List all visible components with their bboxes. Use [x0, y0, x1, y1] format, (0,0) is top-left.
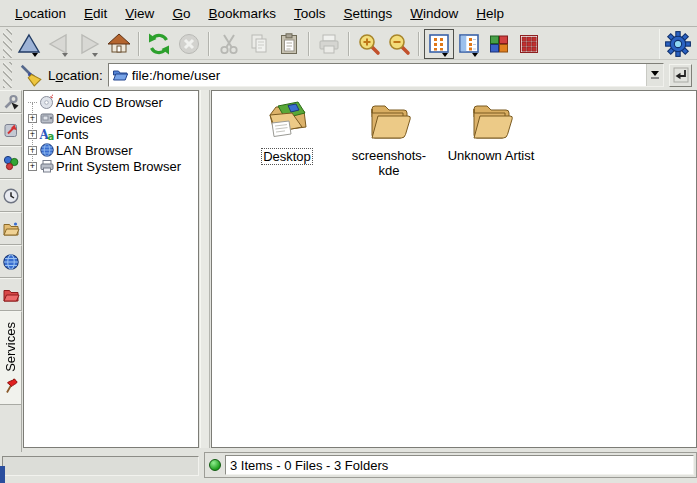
tree-view-dropdown-arrow-icon — [472, 53, 478, 57]
back-dropdown-arrow-icon — [62, 53, 68, 57]
konqueror-throbber[interactable] — [659, 29, 695, 59]
menu-bookmarks[interactable]: Bookmarks — [199, 2, 285, 25]
zoom-out-button[interactable] — [384, 29, 414, 59]
sidebar-tab-network[interactable] — [0, 245, 22, 278]
configure-icon — [2, 93, 20, 111]
printer-icon — [39, 158, 55, 174]
file-item-unknown-artist[interactable]: Unknown Artist — [440, 97, 542, 163]
network-globe-icon — [2, 253, 20, 271]
configure-sidebar-button[interactable] — [0, 90, 22, 113]
location-dropdown-button[interactable] — [646, 64, 663, 86]
fonts-icon: A a — [39, 126, 55, 142]
sidebar-tab-home-folder[interactable] — [0, 212, 22, 245]
sidebar-tab-bookmarks[interactable] — [0, 113, 22, 146]
toolbar-separator — [348, 32, 350, 56]
tree-view-icon — [456, 31, 482, 57]
reload-button[interactable] — [144, 29, 174, 59]
print-button[interactable] — [314, 29, 344, 59]
sidebar-tabstrip-filler — [0, 405, 22, 452]
location-combobox — [108, 63, 664, 87]
stop-button[interactable] — [174, 29, 204, 59]
sidebar-tab-history[interactable] — [0, 179, 22, 212]
tree-item-audio-cd-browser[interactable]: Audio CD Browser — [26, 94, 198, 110]
tree-item-lan-browser[interactable]: + LAN Browser — [26, 142, 198, 158]
go-button[interactable] — [669, 64, 692, 87]
multicolumn-view-button[interactable] — [484, 29, 514, 59]
devices-icon — [2, 154, 20, 172]
services-tab-label: Services — [3, 322, 18, 372]
status-led-icon — [209, 459, 221, 471]
tree-item-label: Fonts — [56, 127, 89, 142]
multicolumn-view-icon — [486, 31, 512, 57]
up-dropdown-arrow-icon — [32, 53, 38, 57]
broom-icon — [19, 63, 43, 87]
cut-icon — [216, 31, 242, 57]
lan-globe-icon — [39, 142, 55, 158]
forward-dropdown-arrow-icon — [92, 53, 98, 57]
file-item-screenshots-kde[interactable]: screenshots-kde — [338, 97, 440, 178]
sidebar-tabstrip: Services — [0, 90, 22, 452]
paste-button[interactable] — [274, 29, 304, 59]
location-toolbar-handle[interactable] — [3, 62, 12, 88]
kde-gear-icon — [664, 30, 692, 58]
icon-view-icon — [426, 31, 452, 57]
zoom-in-icon — [356, 31, 382, 57]
detailed-list-view-button[interactable] — [514, 29, 544, 59]
sidebar-status-bar — [2, 456, 199, 476]
menu-edit[interactable]: Edit — [75, 2, 116, 25]
up-icon — [16, 31, 42, 57]
sidebar-tab-services[interactable]: Services — [0, 311, 22, 405]
home-button[interactable] — [104, 29, 134, 59]
menu-settings[interactable]: Settings — [334, 2, 401, 25]
detailed-list-view-icon — [516, 31, 542, 57]
reload-icon — [146, 31, 172, 57]
forward-button[interactable] — [74, 29, 104, 59]
paste-icon — [276, 31, 302, 57]
copy-button[interactable] — [244, 29, 274, 59]
services-tree-panel: Audio CD Browser + Devices + A — [23, 90, 199, 448]
menu-help[interactable]: Help — [467, 2, 513, 25]
toolbar-handle[interactable] — [3, 29, 12, 58]
tree-view-button[interactable] — [454, 29, 484, 59]
back-button[interactable] — [44, 29, 74, 59]
audio-cd-icon — [39, 94, 55, 110]
tree-item-fonts[interactable]: + A a Fonts — [26, 126, 198, 142]
icon-view-button[interactable] — [424, 29, 454, 59]
file-item-desktop[interactable]: Desktop — [236, 97, 338, 165]
zoom-out-icon — [386, 31, 412, 57]
bookmarks-icon — [2, 121, 20, 139]
location-input[interactable] — [130, 64, 646, 86]
copy-icon — [246, 31, 272, 57]
menu-window[interactable]: Window — [401, 2, 467, 25]
konqueror-window: Location Edit View Go Bookmarks Tools Se… — [0, 0, 697, 483]
file-item-label: screenshots-kde — [344, 148, 435, 178]
toolbar-separator — [418, 32, 420, 56]
sidebar-tab-devices[interactable] — [0, 146, 22, 179]
location-label: Location: — [48, 68, 103, 83]
tree-item-label: Audio CD Browser — [56, 95, 163, 110]
location-toolbar: Location: — [0, 61, 697, 89]
tree-item-devices[interactable]: + Devices — [26, 110, 198, 126]
open-folder-icon — [364, 97, 414, 143]
tree-item-print-system-browser[interactable]: + Print System Browser — [26, 158, 198, 174]
desktop-background-sliver — [0, 466, 5, 483]
sidebar-tab-root-folder[interactable] — [0, 278, 22, 311]
panel-splitter[interactable] — [200, 90, 210, 448]
go-enter-icon — [672, 66, 690, 84]
folder-icon-view: Desktop screenshots-kde — [211, 90, 697, 448]
menu-location[interactable]: Location — [6, 2, 75, 25]
cut-button[interactable] — [214, 29, 244, 59]
menu-tools[interactable]: Tools — [285, 2, 335, 25]
clear-location-button[interactable] — [19, 63, 43, 87]
stop-icon — [176, 31, 202, 57]
back-icon — [46, 31, 72, 57]
menu-view[interactable]: View — [116, 2, 163, 25]
services-flag-icon — [2, 376, 20, 394]
up-button[interactable] — [14, 29, 44, 59]
menu-go[interactable]: Go — [163, 2, 199, 25]
content-area: Services Audio CD Br — [0, 90, 697, 452]
tree-item-label: Print System Browser — [56, 159, 181, 174]
zoom-in-button[interactable] — [354, 29, 384, 59]
tree-item-label: LAN Browser — [56, 143, 133, 158]
toolbar-separator — [208, 32, 210, 56]
